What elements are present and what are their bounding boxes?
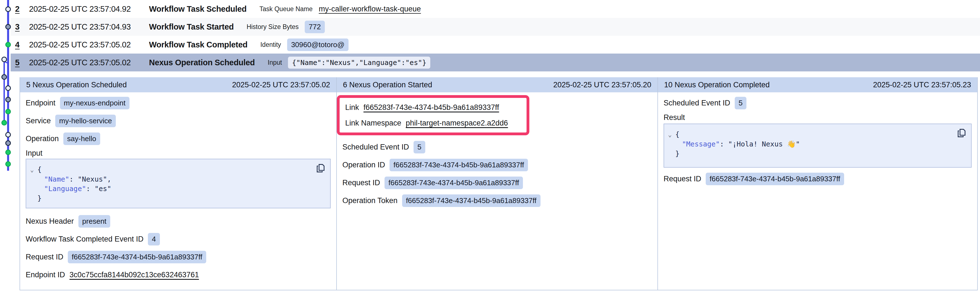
event-row[interactable]: 2 2025-02-25 UTC 23:57:04.92 Workflow Ta… <box>11 0 980 18</box>
timeline-dot-completed-icon <box>6 109 11 114</box>
json-value: "es" <box>95 185 111 193</box>
field-label: Scheduled Event ID <box>663 99 730 107</box>
event-timestamp: 2025-02-25 UTC 23:57:04.93 <box>29 22 149 32</box>
panel-body: Scheduled Event ID 5 Result ⌄{ "Message"… <box>658 92 977 188</box>
timeline-dot-scheduled-icon <box>6 86 11 91</box>
field-value-badge: my-nexus-endpoint <box>60 97 129 109</box>
panel-title: 6 Nexus Operation Started <box>343 81 432 89</box>
panel-timestamp: 2025-02-25 UTC 23:57:05.23 <box>873 81 971 89</box>
event-summary-value-badge: 772 <box>305 21 325 33</box>
field-value-badge: f665283f-743e-4374-b45b-9a61a89337ff <box>385 176 523 189</box>
field-value-badge: 4 <box>148 233 160 245</box>
input-json-viewer: ⌄{ "Name": "Nexus", "Language": "es" } <box>25 159 331 208</box>
field-value-badge: f665283f-743e-4374-b45b-9a61a89337ff <box>402 194 541 207</box>
field-label: Nexus Header <box>25 217 74 226</box>
field-label: Operation ID <box>342 161 385 169</box>
copy-icon[interactable] <box>956 128 967 138</box>
field-wtc-event-id: Workflow Task Completed Event ID 4 <box>25 230 331 248</box>
endpoint-id-link[interactable]: 3c0c75ccfa8144b092c13ce632463761 <box>70 270 199 279</box>
field-operation-id: Operation ID f665283f-743e-4374-b45b-9a6… <box>342 156 652 174</box>
event-row-selected[interactable]: 5 2025-02-25 UTC 23:57:05.02 Nexus Opera… <box>11 54 980 72</box>
timeline-svg <box>0 0 17 294</box>
timeline-dot-completed-icon <box>6 150 11 155</box>
event-input-badge: {"Name":"Nexus","Language":"es"} <box>288 57 430 68</box>
field-value-badge: say-hello <box>64 132 100 145</box>
event-timestamp: 2025-02-25 UTC 23:57:04.92 <box>29 5 149 14</box>
field-value-badge: f665283f-743e-4374-b45b-9a61a89337ff <box>390 159 528 171</box>
event-timestamp: 2025-02-25 UTC 23:57:05.02 <box>29 40 149 49</box>
field-label: Operation <box>25 134 59 143</box>
json-key: "Message" <box>682 140 720 148</box>
json-sep: : <box>86 185 95 193</box>
panel-title: 10 Nexus Operation Completed <box>664 81 770 89</box>
event-summary-label: Identity <box>260 41 281 49</box>
panel-body: Link f665283f-743e-4374-b45b-9a61a89337f… <box>337 92 657 210</box>
json-brace: { <box>37 165 41 173</box>
field-label: Operation Token <box>342 196 398 205</box>
event-id-link[interactable]: 2 <box>15 5 29 14</box>
json-sep: : <box>720 140 728 148</box>
timeline-dot-scheduled-icon <box>2 57 7 62</box>
panel-timestamp: 2025-02-25 UTC 23:57:05.20 <box>554 81 651 89</box>
json-key: "Name" <box>44 175 69 183</box>
json-value: "Nexus", <box>78 175 111 183</box>
link-value-link[interactable]: f665283f-743e-4374-b45b-9a61a89337ff <box>364 103 499 112</box>
panel-nexus-operation-started: 6 Nexus Operation Started 2025-02-25 UTC… <box>336 77 657 290</box>
event-name: Nexus Operation Scheduled <box>149 58 255 67</box>
field-label: Link Namespace <box>345 119 401 127</box>
panel-timestamp: 2025-02-25 UTC 23:57:05.02 <box>232 81 330 89</box>
field-nexus-header: Nexus Header present <box>25 212 331 230</box>
timeline-dot-completed-icon <box>2 121 7 125</box>
copy-icon[interactable] <box>316 163 326 173</box>
timeline-dot-started-icon <box>6 97 11 102</box>
event-summary-value-badge: 30960@totoro@ <box>287 38 348 51</box>
field-request-id: Request ID f665283f-743e-4374-b45b-9a61a… <box>25 248 331 266</box>
event-row[interactable]: 4 2025-02-25 UTC 23:57:05.02 Workflow Ta… <box>11 36 980 54</box>
event-summary-label: History Size Bytes <box>247 23 299 31</box>
json-key: "Language" <box>44 185 86 193</box>
input-section-label: Input <box>25 148 331 159</box>
link-namespace-link[interactable]: phil-target-namespace2.a2dd6 <box>406 119 508 127</box>
field-scheduled-event-id: Scheduled Event ID 5 <box>663 94 972 112</box>
event-id-link[interactable]: 5 <box>15 58 29 67</box>
annotation-highlight-box: Link f665283f-743e-4374-b45b-9a61a89337f… <box>337 95 529 135</box>
event-name: Workflow Task Completed <box>149 40 248 49</box>
event-id-link[interactable]: 4 <box>15 40 29 49</box>
field-label: Workflow Task Completed Event ID <box>25 235 143 243</box>
json-value: "¡Hola! Nexus 👋" <box>728 140 800 148</box>
field-endpoint: Endpoint my-nexus-endpoint <box>25 94 331 112</box>
field-label: Request ID <box>342 178 380 187</box>
event-timestamp: 2025-02-25 UTC 23:57:05.02 <box>29 58 149 67</box>
field-value-badge: 5 <box>414 141 425 153</box>
field-operation-token: Operation Token f665283f-743e-4374-b45b-… <box>342 192 652 210</box>
panel-header: 6 Nexus Operation Started 2025-02-25 UTC… <box>337 77 657 92</box>
event-detail-panels: 5 Nexus Operation Scheduled 2025-02-25 U… <box>19 77 978 290</box>
field-label: Service <box>25 117 51 125</box>
panel-body: Endpoint my-nexus-endpoint Service my-he… <box>20 92 336 284</box>
field-label: Request ID <box>25 253 64 261</box>
timeline-dot-completed-icon <box>6 162 11 167</box>
timeline-dot-started-icon <box>6 141 11 146</box>
event-summary-label: Task Queue Name <box>259 5 313 13</box>
event-name: Workflow Task Started <box>149 22 234 32</box>
field-label: Scheduled Event ID <box>342 143 409 151</box>
field-label: Link <box>345 103 359 112</box>
field-endpoint-id: Endpoint ID 3c0c75ccfa8144b092c13ce63246… <box>25 266 331 284</box>
field-value-badge: f665283f-743e-4374-b45b-9a61a89337ff <box>68 251 206 263</box>
json-sep: : <box>69 175 78 183</box>
result-section-label: Result <box>663 112 972 123</box>
event-id-link[interactable]: 3 <box>15 22 29 32</box>
panel-nexus-operation-completed: 10 Nexus Operation Completed 2025-02-25 … <box>657 77 977 290</box>
field-label: Request ID <box>663 175 701 183</box>
field-request-id: Request ID f665283f-743e-4374-b45b-9a61a… <box>663 170 972 188</box>
field-value-badge: f665283f-743e-4374-b45b-9a61a89337ff <box>706 173 844 185</box>
task-queue-link[interactable]: my-caller-workflow-task-queue <box>319 5 421 13</box>
field-value-badge: my-hello-service <box>55 114 116 127</box>
collapse-chevron-icon[interactable]: ⌄ <box>668 130 675 140</box>
event-summary-label: Input <box>267 59 282 67</box>
json-brace: { <box>675 130 679 138</box>
collapse-chevron-icon[interactable]: ⌄ <box>30 165 37 175</box>
panel-nexus-operation-scheduled: 5 Nexus Operation Scheduled 2025-02-25 U… <box>20 77 336 290</box>
field-request-id: Request ID f665283f-743e-4374-b45b-9a61a… <box>342 174 652 192</box>
event-row[interactable]: 3 2025-02-25 UTC 23:57:04.93 Workflow Ta… <box>11 18 980 36</box>
